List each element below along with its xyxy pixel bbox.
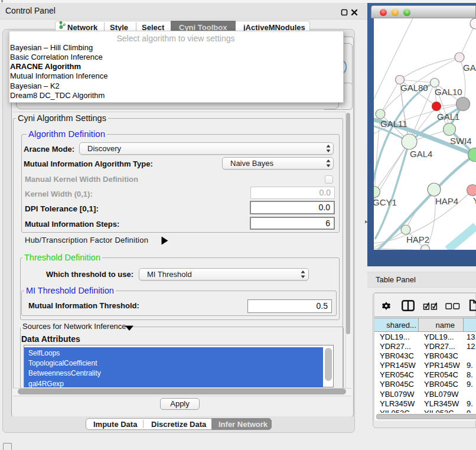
svg-text:HAP2: HAP2 (406, 234, 429, 244)
svg-text:SWI4: SWI4 (450, 136, 472, 146)
svg-text:GAL80: GAL80 (400, 83, 428, 93)
svg-text:HAP4: HAP4 (435, 196, 458, 206)
svg-text:GCY1: GCY1 (374, 197, 397, 207)
svg-text:Y: Y (473, 195, 476, 206)
svg-text:GAL11: GAL11 (380, 119, 407, 129)
svg-text:GAL1: GAL1 (437, 112, 459, 122)
svg-text:GAL10: GAL10 (435, 87, 462, 97)
svg-text:GAL7: GAL7 (463, 63, 476, 73)
svg-text:GAL4: GAL4 (410, 149, 432, 159)
